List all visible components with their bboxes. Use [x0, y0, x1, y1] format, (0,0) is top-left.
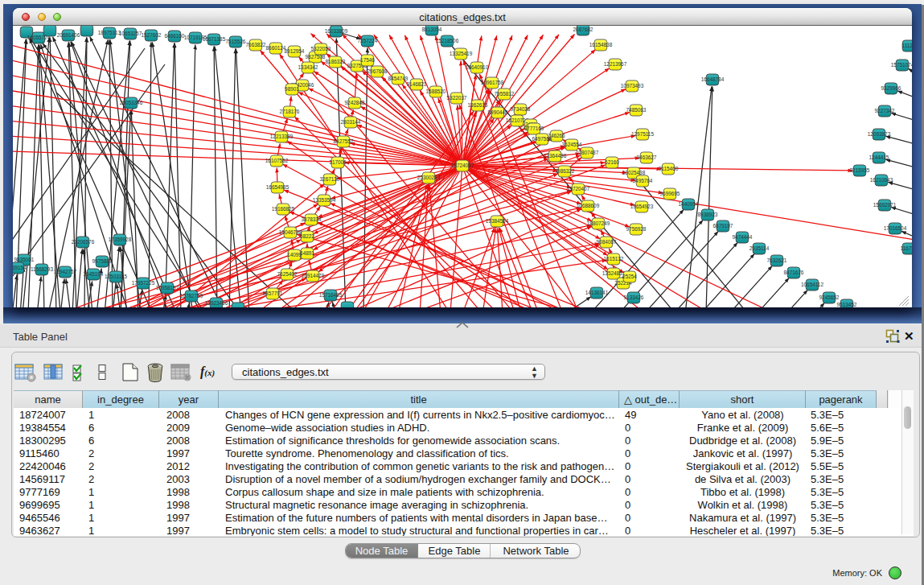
svg-text:98901: 98901 — [285, 86, 299, 92]
svg-text:2935114: 2935114 — [749, 245, 770, 251]
svg-text:9115460: 9115460 — [659, 166, 679, 171]
svg-text:12923466: 12923466 — [205, 300, 228, 306]
svg-text:16107552: 16107552 — [265, 158, 289, 163]
svg-text:16961758: 16961758 — [481, 80, 504, 85]
svg-text:10807487: 10807487 — [576, 150, 599, 155]
svg-text:8990448: 8990448 — [488, 109, 508, 115]
svg-text:1334342: 1334342 — [298, 64, 318, 70]
svg-text:2087682: 2087682 — [573, 27, 593, 32]
svg-text:16210643: 16210643 — [870, 177, 893, 183]
svg-text:20206576: 20206576 — [72, 239, 95, 245]
svg-text:9227342: 9227342 — [875, 108, 895, 113]
svg-text:317006: 317006 — [329, 159, 347, 165]
svg-text:12503115: 12503115 — [105, 274, 127, 279]
svg-text:10973493: 10973493 — [621, 83, 644, 89]
svg-text:20691406: 20691406 — [57, 32, 80, 38]
svg-text:9242848: 9242848 — [345, 100, 365, 105]
svg-text:9329966: 9329966 — [881, 85, 901, 91]
svg-text:8427552: 8427552 — [334, 138, 354, 144]
svg-text:19654923: 19654923 — [630, 204, 654, 209]
svg-text:10688609: 10688609 — [577, 203, 600, 208]
svg-text:1362615: 1362615 — [468, 102, 488, 108]
svg-text:1615132: 1615132 — [604, 256, 624, 262]
svg-text:10653257: 10653257 — [119, 31, 142, 36]
svg-text:15692971: 15692971 — [873, 202, 897, 208]
svg-text:7663822: 7663822 — [246, 42, 266, 47]
svg-text:16914479: 16914479 — [302, 273, 325, 278]
svg-text:8912954: 8912954 — [285, 48, 305, 54]
svg-text:8813054: 8813054 — [422, 27, 442, 32]
svg-text:5495764: 5495764 — [633, 178, 653, 183]
svg-text:29053346: 29053346 — [120, 100, 143, 105]
svg-text:18807249: 18807249 — [587, 220, 610, 226]
svg-text:9756928: 9756928 — [626, 226, 647, 232]
svg-text:16033809: 16033809 — [325, 28, 348, 34]
svg-text:9245652: 9245652 — [819, 295, 840, 300]
svg-text:1440954: 1440954 — [679, 201, 699, 207]
svg-text:25254: 25254 — [622, 274, 637, 279]
svg-text:9699695: 9699695 — [660, 191, 680, 196]
svg-text:9133426: 9133426 — [624, 295, 644, 300]
svg-text:16654985: 16654985 — [266, 184, 290, 190]
svg-text:5322037: 5322037 — [447, 95, 467, 101]
svg-text:8215955: 8215955 — [850, 167, 870, 173]
svg-text:8186323: 8186323 — [326, 59, 346, 64]
svg-text:12093873: 12093873 — [868, 131, 891, 137]
svg-text:6497568: 6497568 — [532, 136, 552, 142]
svg-text:64891: 64891 — [300, 250, 314, 256]
svg-text:16782759: 16782759 — [180, 293, 203, 299]
svg-text:17016504: 17016504 — [884, 225, 907, 231]
svg-text:9777169: 9777169 — [524, 126, 544, 131]
svg-text:15716485: 15716485 — [319, 292, 343, 298]
svg-text:17359928: 17359928 — [109, 237, 132, 242]
svg-text:9975887: 9975887 — [92, 258, 113, 264]
svg-text:7485063: 7485063 — [626, 107, 647, 113]
svg-text:16154838: 16154838 — [589, 42, 613, 47]
svg-text:10025438: 10025438 — [622, 170, 646, 175]
svg-text:62160: 62160 — [605, 159, 619, 165]
svg-text:1244415: 1244415 — [869, 154, 889, 160]
svg-text:6466160: 6466160 — [165, 33, 185, 39]
svg-text:11568293: 11568293 — [31, 266, 53, 272]
svg-text:7357224: 7357224 — [358, 38, 378, 43]
svg-text:1645194: 1645194 — [84, 271, 104, 277]
svg-text:19046738: 19046738 — [279, 229, 302, 235]
svg-text:2967608: 2967608 — [368, 68, 388, 74]
svg-text:3878334: 3878334 — [302, 216, 322, 222]
svg-text:16671385: 16671385 — [203, 36, 226, 42]
svg-text:8454749: 8454749 — [388, 76, 409, 81]
svg-text:13353594: 13353594 — [313, 197, 336, 203]
svg-text:12975115: 12975115 — [631, 131, 654, 137]
svg-text:9513452: 9513452 — [837, 302, 857, 307]
svg-text:15720407: 15720407 — [567, 186, 590, 192]
svg-text:25300213: 25300213 — [417, 175, 441, 180]
svg-text:18975313: 18975313 — [98, 30, 121, 35]
svg-text:7986322: 7986322 — [555, 168, 575, 174]
svg-text:8938923: 8938923 — [698, 212, 718, 217]
svg-text:9146821: 9146821 — [407, 81, 427, 87]
svg-text:14136141: 14136141 — [585, 290, 609, 295]
svg-text:15751074: 15751074 — [891, 62, 912, 68]
svg-text:9084067: 9084067 — [597, 239, 617, 245]
svg-text:12942757: 12942757 — [54, 269, 77, 274]
svg-text:3624554: 3624554 — [562, 142, 582, 147]
svg-text:9463627: 9463627 — [637, 154, 657, 160]
svg-text:1527602: 1527602 — [142, 32, 162, 38]
svg-text:7625402: 7625402 — [277, 271, 298, 277]
svg-text:15218506: 15218506 — [436, 38, 459, 43]
svg-text:116753: 116753 — [901, 245, 912, 251]
svg-text:19384554: 19384554 — [486, 218, 509, 224]
svg-text:12213967: 12213967 — [604, 61, 627, 67]
svg-text:16640910: 16640910 — [466, 64, 489, 70]
svg-text:2718176: 2718176 — [280, 109, 300, 114]
svg-text:11124: 11124 — [902, 43, 912, 48]
svg-text:9734028: 9734028 — [511, 106, 531, 112]
svg-text:18724007: 18724007 — [451, 163, 474, 168]
svg-text:9857791: 9857791 — [263, 290, 283, 296]
svg-text:7632621: 7632621 — [767, 257, 787, 263]
svg-text:8660124: 8660124 — [266, 45, 286, 51]
svg-text:8471676: 8471676 — [784, 270, 804, 275]
svg-text:5322053: 5322053 — [311, 46, 331, 51]
svg-text:10654112: 10654112 — [801, 282, 823, 287]
svg-text:58222: 58222 — [300, 233, 314, 239]
